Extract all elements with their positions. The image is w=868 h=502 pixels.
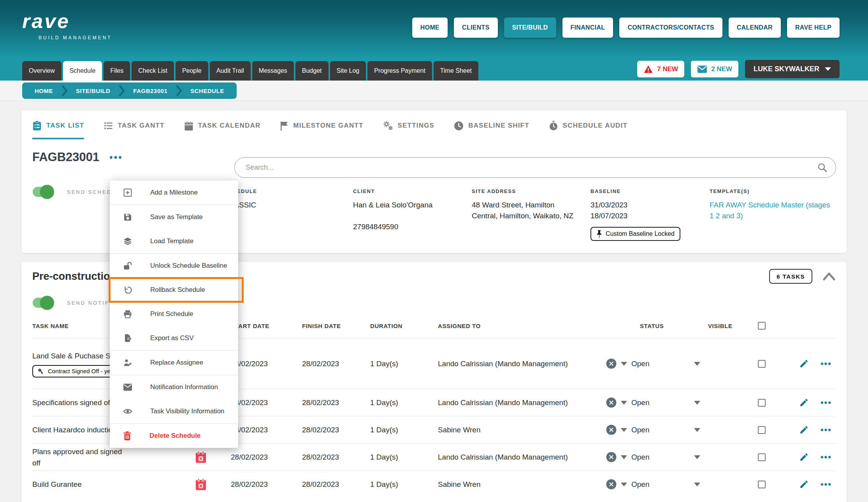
search-input[interactable] (234, 157, 836, 178)
duration: 1 Day(s) (370, 453, 438, 462)
clear-status-icon[interactable] (606, 397, 617, 408)
breadcrumb-project[interactable]: FAGB23001 (125, 88, 176, 94)
status-dropdown-icon[interactable] (694, 362, 700, 366)
status-dropdown-icon[interactable] (694, 483, 700, 486)
row-checkbox[interactable] (758, 360, 766, 368)
status-dropdown-icon[interactable] (694, 428, 700, 432)
view-tab-schedule-audit[interactable]: SCHEDULE AUDIT (549, 121, 627, 139)
alerts-count: 7 NEW (657, 65, 678, 73)
tab-files[interactable]: Files (104, 61, 130, 81)
tab-people[interactable]: People (176, 61, 208, 81)
clear-status-icon[interactable] (606, 425, 617, 435)
view-tab-task-list[interactable]: TASK LIST (32, 121, 84, 139)
nav-site-build[interactable]: SITE/BUILD (504, 18, 556, 38)
col-visible: VISIBLE (703, 323, 746, 329)
baseline-badge-text: Custom Baseline Locked (606, 230, 675, 237)
row-options-button[interactable]: ••• (821, 452, 832, 462)
status-caret-icon[interactable] (621, 428, 627, 432)
send-schedule-toggle[interactable] (33, 187, 53, 197)
clear-status-icon[interactable] (606, 452, 617, 462)
view-tab-label: SCHEDULE AUDIT (563, 122, 627, 130)
edit-pencil-icon[interactable] (799, 398, 809, 407)
nav-clients[interactable]: CLIENTS (454, 18, 498, 38)
search-icon[interactable] (817, 162, 828, 173)
row-checkbox[interactable] (758, 453, 766, 461)
tasks-count-badge[interactable]: 6 TASKS (769, 269, 812, 284)
status-caret-icon[interactable] (621, 455, 627, 459)
breadcrumb-site-build[interactable]: SITE/BUILD (67, 88, 119, 94)
row-options-button[interactable]: ••• (821, 425, 832, 435)
breadcrumb-schedule[interactable]: SCHEDULE (182, 88, 233, 94)
row-options-button[interactable]: ••• (821, 398, 832, 408)
row-options-button[interactable]: ••• (821, 479, 832, 490)
contract-signed-badge: Contract Signed Off - yes (32, 365, 118, 377)
send-notifications-toggle[interactable] (33, 298, 53, 308)
warning-icon (643, 65, 653, 74)
menu-load-template[interactable]: Load Template (110, 229, 238, 253)
view-tab-label: TASK LIST (46, 122, 84, 130)
menu-unlock-schedule-baseline[interactable]: Unlock Schedule Baseline (110, 254, 238, 278)
view-tab-milestone-gantt[interactable]: MILESTONE GANTT (280, 121, 363, 139)
row-options-button[interactable]: ••• (821, 359, 832, 369)
tab-schedule[interactable]: Schedule (63, 61, 102, 81)
collapse-chevron-up-icon[interactable] (822, 272, 836, 281)
menu-task-visibility-information[interactable]: Task Visibility Information (110, 399, 238, 423)
tab-time-sheet[interactable]: Time Sheet (434, 61, 478, 81)
breadcrumb-home[interactable]: HOME (26, 88, 61, 94)
tab-check-list[interactable]: Check List (132, 61, 174, 81)
info-templates: TEMPLATE(S) FAR AWAY Schedule Master (st… (710, 188, 830, 221)
menu-print-schedule[interactable]: Print Schedule (110, 302, 238, 326)
status-caret-icon[interactable] (621, 362, 627, 366)
stopwatch-icon (549, 121, 558, 131)
tab-audit-trail[interactable]: Audit Trail (210, 61, 251, 81)
menu-rollback-schedule[interactable]: Rollback Schedule (110, 278, 238, 302)
tab-messages[interactable]: Messages (252, 61, 294, 81)
messages-badge[interactable]: 2 NEW (691, 61, 738, 77)
tab-site-log[interactable]: Site Log (330, 61, 366, 81)
edit-pencil-icon[interactable] (799, 425, 809, 435)
nav-rave-help[interactable]: RAVE HELP (787, 18, 840, 38)
chevron-down-icon (825, 67, 831, 71)
col-status: STATUS (606, 323, 703, 329)
status-dropdown-icon[interactable] (694, 401, 700, 405)
clear-status-icon[interactable] (606, 358, 617, 369)
row-checkbox[interactable] (758, 426, 766, 434)
search-bar (234, 157, 836, 178)
nav-financial[interactable]: FINANCIAL (562, 18, 613, 38)
trash-icon (123, 431, 132, 441)
start-date: 28/02/2023 (231, 453, 302, 462)
status-dropdown-icon[interactable] (694, 455, 700, 459)
menu-replace-assignee[interactable]: Replace Assignee (110, 351, 238, 375)
edit-pencil-icon[interactable] (799, 479, 809, 489)
row-checkbox[interactable] (758, 481, 766, 488)
menu-export-as-csv[interactable]: Export as CSV (110, 326, 238, 350)
schedule-options-button[interactable]: ••• (109, 152, 123, 163)
view-tab-task-calendar[interactable]: TASK CALENDAR (184, 121, 261, 139)
menu-item-label: Save as Template (150, 213, 203, 221)
menu-save-as-template[interactable]: Save as Template (110, 205, 238, 229)
view-tab-baseline-shift[interactable]: BASELINE SHIFT (454, 121, 529, 139)
menu-add-milestone[interactable]: Add a Milestone (110, 181, 238, 205)
clear-status-icon[interactable] (606, 479, 617, 490)
menu-notification-information[interactable]: Notification Information (110, 375, 238, 399)
template-link[interactable]: FAR AWAY Schedule Master (stages 1 2 and… (710, 200, 830, 221)
info-baseline: BASELINE 31/03/2023 18/07/2023 Custom Ba… (590, 188, 707, 241)
nav-home[interactable]: HOME (412, 18, 448, 38)
menu-delete-schedule[interactable]: Delete Schedule (110, 424, 238, 448)
status-caret-icon[interactable] (621, 401, 627, 405)
tab-overview[interactable]: Overview (22, 61, 61, 81)
status-caret-icon[interactable] (621, 483, 627, 486)
select-all-checkbox[interactable] (758, 322, 766, 330)
tab-budget[interactable]: Budget (295, 61, 329, 81)
user-menu-button[interactable]: LUKE SKYWALKER (745, 60, 840, 78)
view-tab-task-gantt[interactable]: TASK GANTT (104, 121, 164, 139)
edit-pencil-icon[interactable] (799, 452, 809, 462)
nav-calendar[interactable]: CALENDAR (729, 18, 781, 38)
alerts-badge[interactable]: 7 NEW (637, 61, 684, 77)
save-icon (123, 212, 132, 222)
tab-progress-payment[interactable]: Progress Payment (367, 61, 432, 81)
view-tab-settings[interactable]: SETTINGS (383, 121, 435, 139)
nav-contractors-contacts[interactable]: CONTRACTORS/CONTACTS (619, 18, 722, 38)
row-checkbox[interactable] (758, 399, 766, 407)
edit-pencil-icon[interactable] (799, 359, 809, 369)
